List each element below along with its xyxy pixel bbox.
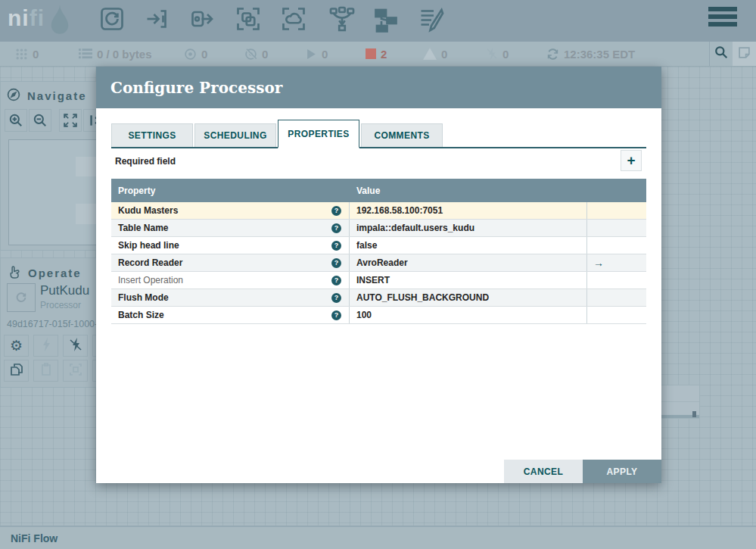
dialog-title: Configure Processor [110, 79, 282, 97]
not-transmitting-icon [244, 48, 257, 61]
configure-button[interactable]: ⚙ [4, 335, 29, 357]
selected-component-id[interactable]: 49d16717-015f-1000-9 [7, 319, 103, 329]
refresh-status[interactable]: 12:36:35 EDT [546, 42, 635, 66]
zoom-out-button[interactable] [29, 109, 51, 132]
property-value[interactable]: false [350, 237, 587, 254]
breadcrumb[interactable]: NiFi Flow [11, 532, 58, 544]
property-name: Batch Size [118, 310, 164, 320]
properties-table: Property Value Kudu Masters? 192.168.58.… [111, 179, 646, 324]
cancel-button[interactable]: CANCEL [504, 460, 583, 483]
nifi-logo: nifi [8, 5, 45, 31]
value-column-header: Value [350, 186, 587, 196]
tab-scheduling[interactable]: SCHEDULING [194, 123, 276, 147]
property-name: Skip head line [118, 240, 179, 251]
enable-button[interactable] [33, 335, 58, 357]
help-icon[interactable]: ? [331, 258, 341, 268]
property-value[interactable]: 100 [350, 307, 587, 323]
status-bar: 0 0 / 0 bytes 0 0 0 2 0 0 [0, 42, 756, 67]
copy-button[interactable] [4, 360, 29, 382]
label-icon[interactable] [418, 5, 445, 33]
not-transmitting-status: 0 [244, 42, 268, 66]
table-row: Skip head line? false [111, 237, 646, 254]
running-count: 0 [322, 48, 328, 61]
invalid-status: 0 [423, 42, 447, 66]
lightning-off-icon [486, 48, 498, 60]
property-column-header: Property [111, 186, 350, 196]
help-icon[interactable]: ? [331, 293, 341, 303]
property-value[interactable]: AvroReader [350, 254, 587, 271]
navigate-panel-title: Navigate [27, 89, 87, 102]
apply-button[interactable]: APPLY [583, 460, 661, 483]
bulletin-board-toggle[interactable] [733, 42, 756, 66]
process-group-icon[interactable] [235, 5, 262, 33]
help-icon[interactable]: ? [331, 276, 341, 285]
add-property-button[interactable]: + [621, 150, 642, 171]
help-icon[interactable]: ? [331, 310, 341, 320]
lightning-off-icon [69, 338, 82, 354]
template-icon[interactable] [372, 5, 400, 33]
queued-status: 0 / 0 bytes [79, 42, 152, 66]
help-icon[interactable]: ? [331, 206, 341, 216]
hand-icon [7, 264, 21, 281]
property-value[interactable]: AUTO_FLUSH_BACKGROUND [350, 289, 587, 306]
table-row: Insert Operation? INSERT [111, 272, 646, 289]
compass-icon [7, 88, 20, 104]
input-port-icon[interactable] [144, 5, 171, 33]
global-menu-button[interactable] [708, 7, 737, 31]
transmitting-count: 0 [201, 48, 207, 61]
stop-icon [366, 48, 376, 59]
property-name: Kudu Masters [118, 205, 178, 216]
plus-icon: + [627, 152, 635, 168]
goto-service-icon[interactable]: → [593, 257, 604, 269]
group-button[interactable] [63, 360, 88, 382]
selected-component-type: Processor [40, 300, 81, 310]
selected-component-name: PutKudu [40, 283, 89, 298]
property-name: Table Name [118, 223, 168, 233]
disable-button[interactable] [63, 335, 88, 357]
processor-icon[interactable] [98, 5, 126, 33]
funnel-icon[interactable] [328, 5, 356, 33]
tab-properties[interactable]: PROPERTIES [278, 120, 359, 148]
property-name: Flush Mode [118, 292, 169, 303]
lightning-icon [40, 338, 52, 354]
table-row: Table Name? impala::default.users_kudu [111, 220, 646, 237]
active-threads-status: 0 [15, 42, 39, 66]
gear-icon: ⚙ [10, 338, 23, 353]
group-icon [69, 363, 82, 379]
required-field-label: Required field [115, 156, 176, 167]
nifi-app: nifi [0, 0, 756, 549]
zoom-fit-button[interactable] [59, 109, 82, 132]
zoom-in-button[interactable] [5, 109, 27, 132]
transmitting-status: 0 [184, 42, 207, 66]
help-icon[interactable]: ? [331, 223, 341, 233]
breadcrumb-bar: NiFi Flow [0, 526, 756, 549]
warning-icon [423, 48, 437, 60]
property-value[interactable]: impala::default.users_kudu [350, 220, 587, 236]
disabled-status: 0 [486, 42, 509, 66]
operate-panel-title: Operate [28, 267, 82, 279]
threads-icon [15, 48, 28, 61]
tab-comments[interactable]: COMMENTS [361, 123, 443, 147]
paste-icon [40, 363, 52, 379]
nifi-drop-icon [48, 3, 71, 39]
dialog-header: Configure Processor [96, 67, 661, 108]
table-row: Batch Size? 100 [111, 307, 646, 324]
search-button[interactable] [709, 42, 733, 66]
navigate-controls [5, 109, 106, 132]
paste-button[interactable] [33, 360, 58, 382]
tab-settings[interactable]: SETTINGS [111, 123, 193, 147]
help-icon[interactable]: ? [331, 241, 341, 251]
remote-process-group-icon[interactable] [280, 5, 307, 33]
table-row: Kudu Masters? 192.168.58.100:7051 [111, 202, 646, 220]
property-name: Record Reader [118, 257, 182, 268]
running-status: 0 [306, 42, 328, 66]
properties-table-header: Property Value [111, 179, 646, 202]
not-transmitting-count: 0 [262, 48, 268, 61]
sticker-icon [738, 46, 751, 62]
refresh-icon[interactable] [546, 48, 559, 61]
table-row: Flush Mode? AUTO_FLUSH_BACKGROUND [111, 289, 646, 307]
output-port-icon[interactable] [189, 5, 216, 33]
processor-node-marker [692, 411, 696, 417]
property-value[interactable]: 192.168.58.100:7051 [350, 202, 587, 219]
property-value[interactable]: INSERT [350, 272, 587, 289]
